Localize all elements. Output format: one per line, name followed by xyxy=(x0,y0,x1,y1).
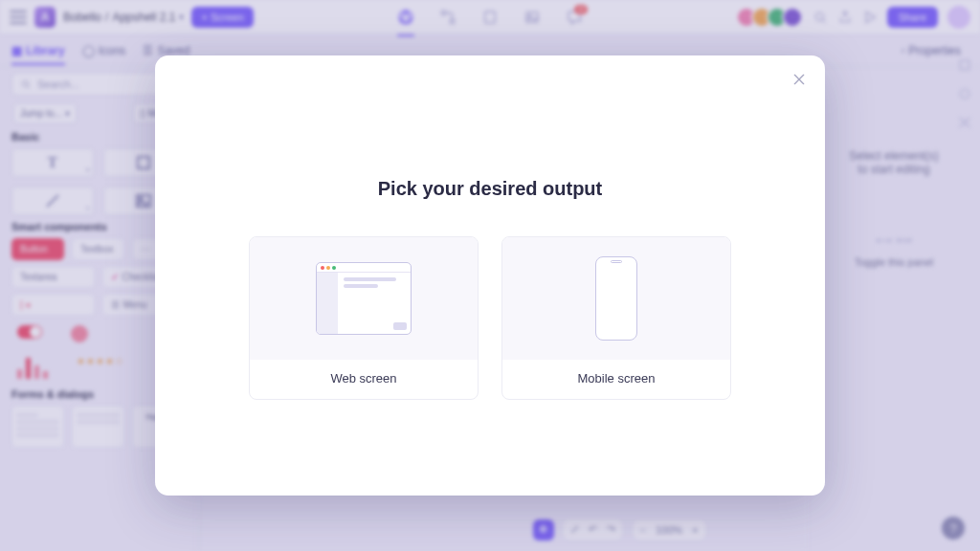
option-mobile-screen[interactable]: Mobile screen xyxy=(501,236,731,400)
modal-title: Pick your desired output xyxy=(378,178,602,200)
close-button[interactable] xyxy=(789,69,810,90)
web-preview xyxy=(250,237,478,360)
output-options: Web screen Mobile screen xyxy=(249,236,731,400)
phone-icon xyxy=(595,256,637,341)
option-web-screen[interactable]: Web screen xyxy=(249,236,479,400)
mobile-preview xyxy=(502,237,730,360)
option-web-label: Web screen xyxy=(250,360,478,399)
output-picker-modal: Pick your desired output Web screen xyxy=(155,55,825,496)
browser-icon xyxy=(316,262,412,335)
option-mobile-label: Mobile screen xyxy=(502,360,730,399)
